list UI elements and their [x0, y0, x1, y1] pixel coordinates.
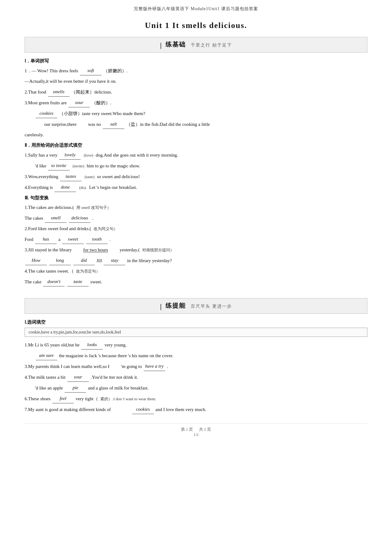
s3-3b: How long did Jill stay in the library ye… [25, 256, 367, 265]
s1-line2: —Actually,it will be even better if you … [25, 77, 367, 86]
s2-3-after: so sweet and delicious! [97, 174, 140, 179]
s4-1-after: very young. [105, 342, 127, 347]
s3-3a-after: yesterday.( [120, 247, 140, 252]
unit-title: Unit 1 It smells delicious. [25, 21, 367, 30]
s2-2-answer: to invite [48, 161, 70, 170]
s3-1b-before: The cakes [25, 216, 43, 221]
s4-3-before: 3.My parents think I can learn maths wel… [25, 364, 110, 369]
s3-2b-answer1: has [35, 234, 57, 244]
footer-page: 第 1 页 [181, 427, 193, 432]
s3-1b-answer1: smell [45, 213, 66, 223]
s4-6-after: very tight（ [76, 396, 98, 401]
s3-4a-note: 改为否定句） [76, 269, 100, 274]
s2-4-note: (do). [79, 185, 87, 190]
s1-1-after: （娇嫩的）. [103, 68, 128, 73]
banner-2: | 练提能 百尺竿头 更进一步 [25, 298, 367, 314]
s3-4b-answer2: taste [67, 277, 89, 286]
s3-2b-after: . [110, 237, 111, 242]
s4-item1: 1.Mr Li is 65 years old,but he looks ver… [25, 340, 367, 349]
s3-2b-answer2: sweet [62, 234, 84, 244]
banner-1: | 练基础 千里之行 始于足下 [25, 37, 367, 53]
s4-item7: 7.My aunt is good at making different ki… [25, 405, 367, 414]
s3-2a-note: 改为同义句） [94, 226, 118, 231]
s4-7-answer: cookies [132, 405, 154, 414]
s3-4b-after: sweet. [90, 279, 102, 284]
s4-5-after: and a glass of milk for breakfast. [88, 385, 149, 390]
s3-4b-answer1: doesn't [43, 277, 65, 286]
s3-2b: Ford has a sweet tooth . [25, 234, 367, 244]
s3-1b-after: . [92, 216, 94, 221]
page-footer: 第 1 页 共 2 页 1/2 [25, 423, 367, 437]
s4-6-answer: feel [52, 394, 74, 403]
s1-1-before: 1．— Wow! This dress feels [25, 68, 78, 73]
s3-3b-mid: Jill [96, 258, 103, 263]
s2-1-answer: lovely [59, 150, 81, 160]
s1-line7: carelessly. [25, 130, 367, 139]
s3-3b-a1: How [25, 256, 47, 265]
s3-3b-after: in the library yesterday? [127, 258, 172, 263]
s4-item3: 3.My parents think I can learn maths wel… [25, 361, 367, 371]
s1-line4: 3.Most green fruits are sour （酸的）. [25, 98, 367, 107]
s4-6-note: 紧的）.I don 't want to wear them. [100, 397, 156, 401]
s4-6-before: 6.These shoes [25, 396, 50, 401]
s1-4-before: 3.Most green fruits are [25, 100, 67, 105]
s1-3-after: （闻起来）delicious. [71, 90, 112, 94]
s1-line3: 2.That food smells （闻起来）delicious. [25, 87, 367, 97]
s4-4-after: .You'd be tter not drink it. [90, 375, 138, 380]
s1-3-before: 2.That food [25, 90, 46, 94]
s3-1a: 1.The cakes are delicious.( 用 smell 改写句子… [25, 203, 367, 212]
page-container: 完整版外研版八年级英语下 Module1Unit1 课后习题包括答案 Unit … [0, 0, 392, 555]
banner1-sub: 千里之行 始于足下 [191, 43, 232, 47]
s1-item1: 1．— Wow! This dress feels soft （娇嫩的）. [25, 66, 367, 75]
s4-3-answer: have a try [144, 361, 165, 371]
s3-2b-before: Ford [25, 237, 33, 242]
s4-1-answer: looks [81, 340, 103, 349]
s1-3-answer: smells [48, 87, 70, 97]
s3-1a-note: 用 smell 改写句子） [76, 205, 111, 210]
section2-label: Ⅱ．用所给词的合适形式填空 [25, 142, 367, 148]
banner1-main: 练基础 [166, 41, 186, 48]
s3-1b-answer2: delicious [69, 213, 90, 223]
s4-2-answer: am sure [36, 351, 57, 360]
s2-item1: 1.Sally has a very lovely (love) dog.And… [25, 150, 367, 160]
s4-2-after: the magazine is Jack 's because there 's… [59, 353, 174, 358]
s4-3-after: . [167, 364, 168, 369]
s1-6-mid: was no [88, 122, 101, 127]
s2-1-note: (love) [84, 153, 93, 158]
top-title: 完整版外研版八年级英语下 Module1Unit1 课后习题包括答案 [25, 6, 367, 12]
section1-label: Ⅰ．单词拼写 [25, 58, 367, 64]
s4-item5: 'd like an apple pie and a glass of milk… [25, 383, 367, 393]
s3-3b-a4: stay [104, 256, 125, 265]
s2-3-answer: tastes [60, 172, 82, 181]
banner2-sub: 百尺竿头 更进一步 [191, 304, 232, 309]
s4-1-before: 1.Mr Li is 65 years old,but he [25, 342, 79, 347]
banner2-main: 练提能 [166, 302, 186, 309]
s2-item2: 'd like to invite (invite) him to go to … [25, 161, 367, 170]
s3-4b-before: The cake [25, 279, 42, 284]
s1-4-answer: sour [68, 98, 90, 107]
s1-1-answer: soft [80, 66, 102, 75]
s3-2a-text: 2.Ford likes sweet food and drinks.( [25, 226, 91, 231]
s3-2a: 2.Ford likes sweet food and drinks.( 改为同… [25, 224, 367, 233]
s4-7-before: 7.My aunt is good at making different ki… [25, 407, 111, 412]
section4-label: Ⅰ.选词填空 [25, 319, 367, 325]
footer-total: 共 2 页 [199, 427, 211, 432]
s1-5-cookies: cookies [36, 109, 57, 118]
s4-4-answer: sour [67, 372, 89, 382]
banner1-pipe: | [160, 41, 162, 49]
word-box: cookie,have a try,pie,jam,for,sour,be su… [25, 328, 367, 337]
banner2-pipe: | [160, 302, 162, 310]
s2-item4: 4.Everything is done (do). Let 's begin … [25, 182, 367, 192]
s2-4-after: Let 's begin our breakfast. [89, 185, 137, 190]
s1-4-after: （酸的）. [92, 100, 111, 105]
footer-pagenum: 1/2 [194, 432, 199, 437]
s3-1b: The cakes smell delicious . [25, 213, 367, 223]
s2-2-pre: 'd like [35, 163, 46, 168]
s3-3b-a3: did [73, 256, 95, 265]
s4-5-answer: pie [65, 383, 86, 393]
s3-1a-text: 1.The cakes are delicious.( [25, 205, 74, 210]
s1-5-note: （小甜饼）taste very sweet.Who made them? [59, 111, 145, 116]
s2-1-before: 1.Sally has a very [25, 153, 58, 158]
s2-2-after: him to go to the magic show. [87, 163, 140, 168]
s2-3-before: 3.Wow,everything [25, 174, 58, 179]
